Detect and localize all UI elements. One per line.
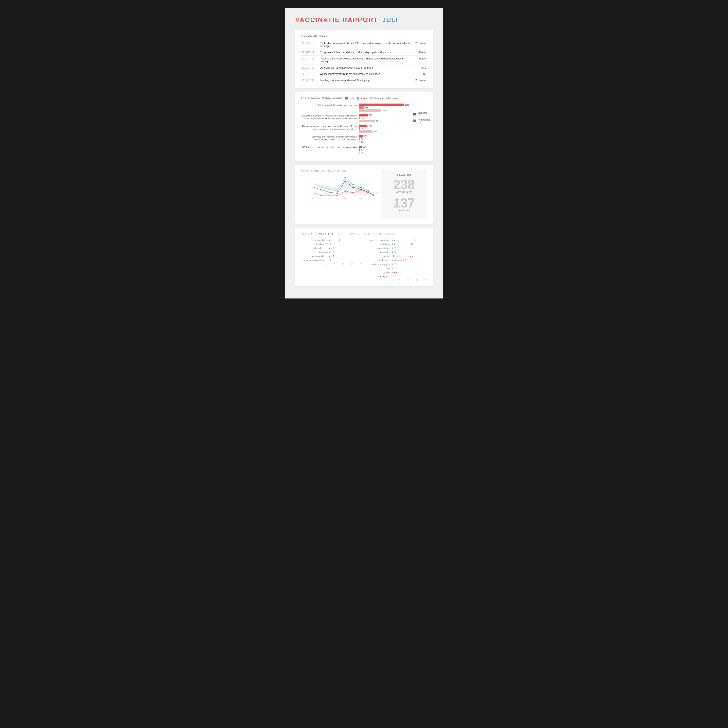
svg-point-34: [313, 187, 314, 188]
arrow-line: [393, 272, 395, 272]
likes-bar-line: 524: [359, 125, 409, 127]
shares-bar-line: 70: [359, 127, 409, 130]
table-row: 2019-07-17 Duitsland stelt vaccinatie te…: [301, 65, 427, 71]
article-source: NRC: [411, 65, 427, 71]
belgian-label: Belgische bron: [418, 112, 430, 116]
site-curr-val: 3: [392, 263, 393, 266]
list-item: babybytes 4 | 4: [366, 251, 427, 253]
arrow-left: ◀: [393, 243, 395, 245]
list-item: volkskrant 4 ◀ 14: [366, 243, 427, 245]
pop-arrow-area: 5 ◀ 17: [392, 239, 427, 241]
site-prev-val: 3: [398, 271, 399, 274]
arrow-same: |: [393, 263, 394, 266]
shares-value: 54: [361, 138, 363, 140]
list-item: invlaanderen 1 ◀ 2: [301, 247, 362, 249]
shares-bar: [359, 138, 360, 140]
likes-bar: [359, 125, 367, 127]
site-name: standaard: [301, 243, 325, 245]
list-item: knack 0 ◀ 2: [301, 251, 362, 253]
likes-bar-line: 164: [359, 145, 409, 148]
bars-container: 164 39 15: [359, 145, 409, 154]
comments-bar-line: 843: [359, 130, 409, 133]
site-name: ouders: [366, 255, 390, 257]
site-name: metronieums: [366, 247, 390, 249]
table-row: 2019-07-22 Congolese minister van Volksg…: [301, 49, 427, 56]
legend-likes: Likes: [346, 97, 354, 99]
axis-15: 15: [351, 263, 353, 265]
svg-point-42: [373, 194, 374, 196]
arrow-same: |: [393, 251, 394, 253]
article-source: Parool: [411, 49, 427, 56]
site-curr-val: 1: [326, 247, 327, 249]
freq-title: FREQUENTIE: [301, 170, 319, 172]
pop-arrow-area: 1 | 1: [326, 259, 362, 262]
article-date: 2019-07-22: [301, 49, 319, 56]
likes-bar: [359, 104, 404, 106]
arrow-left: ◀: [329, 247, 330, 249]
svg-point-27: [329, 195, 330, 196]
shares-bar-line: 54: [359, 138, 409, 140]
axis-10: 10: [407, 279, 409, 281]
site-prev-val: 2: [395, 275, 396, 278]
social-chart-header: TOP 5 SOCIAL MEDIA SCORE Likes Shares Co…: [301, 97, 427, 99]
comments-value: 15: [361, 151, 363, 154]
shares-bar-line: 76: [359, 117, 409, 119]
site-prev-val: 4: [412, 255, 413, 257]
article-date: 2019-07-18: [301, 71, 319, 77]
pop-arrow-area: 1 ◀ 2: [326, 255, 362, 257]
svg-text:10: 10: [307, 183, 308, 185]
svg-point-21: [361, 187, 362, 188]
arrow-line: [393, 260, 402, 260]
arrow-line: [395, 256, 409, 256]
pop-arrow-area: 9 ▶ 3: [392, 259, 427, 262]
comments-bar: [359, 141, 359, 143]
freq-totaal: TOTAAL JULI 238 ARTIKELS OP 137 WEBSITES: [381, 170, 427, 219]
svg-text:25-07: 25-07: [327, 197, 331, 199]
svg-point-19: [344, 177, 346, 178]
bar-row: Alien Alberts weigert niet-gevaccineerde…: [301, 125, 409, 133]
site-prev-val: 3: [395, 267, 396, 269]
svg-text:29-07: 29-07: [359, 197, 363, 199]
svg-point-36: [329, 192, 330, 193]
pop-title: POPULAIRE WEBSITES: [301, 233, 333, 235]
arrow-line: [330, 240, 338, 240]
freq-chart-area: FREQUENTIE AANTAL ARTIKELS/DAG 0 5 10 15…: [301, 170, 377, 219]
svg-point-26: [321, 195, 322, 196]
svg-point-30: [352, 192, 353, 193]
likes-bar-line: 233: [359, 135, 409, 138]
comments-bar-line: 31: [359, 141, 409, 143]
bar-row: Leuvense professor luidt alarmbel na inf…: [301, 135, 409, 143]
pop-arrow-area: 3 | 3: [392, 267, 427, 269]
arrow-left: ◀: [393, 239, 395, 241]
legend-shares: Shares: [357, 97, 367, 99]
pop-charts: nieuwsblad 4 ◀ 9 standaard 7 | 7 invlaan…: [301, 239, 427, 281]
site-name: mens en gezondheid: [366, 239, 390, 241]
websites-count: 137: [393, 197, 415, 210]
site-prev-val: 3: [405, 259, 406, 262]
pop-arrow-area: 3 | 3: [392, 263, 427, 266]
line-chart-svg: 0 5 10 15 23-07 25-07 27-07 29-07 31-07 …: [301, 176, 377, 204]
article-source: Volkskrant: [411, 77, 427, 84]
svg-text:31-07: 31-07: [371, 197, 375, 199]
site-name: nieuwsblad: [301, 239, 325, 241]
site-prev-val: 2: [334, 251, 335, 253]
site-curr-val: 4: [326, 239, 327, 241]
site-name: parool: [366, 271, 390, 274]
dutch-sq: [413, 119, 416, 122]
svg-point-29: [344, 191, 346, 191]
site-prev-val: 3: [395, 263, 396, 266]
freq-subtitle: AANTAL ARTIKELS/DAG: [322, 170, 349, 172]
arrow-right: ▶: [403, 259, 404, 261]
site-prev-val: 9: [338, 239, 340, 241]
list-item: nationale zorggids 3 | 3: [366, 263, 427, 266]
comments-bar: [359, 120, 375, 122]
axis-10: 10: [342, 263, 344, 265]
svg-text:23-07: 23-07: [311, 197, 315, 199]
pop-right-chart: mens en gezondheid 5 ◀ 17 volkskrant 4 ◀…: [366, 239, 427, 281]
shares-bar-line: 288: [359, 106, 409, 109]
article-title: 'Inenting door mobiele prikteams? Opdrin…: [319, 77, 411, 84]
comments-bar-line: 15: [359, 151, 409, 154]
header: VACCINATIE RAPPORT JULI: [295, 16, 433, 24]
freq-inner: FREQUENTIE AANTAL ARTIKELS/DAG 0 5 10 15…: [301, 170, 427, 219]
site-prev-val: 4: [395, 251, 396, 253]
